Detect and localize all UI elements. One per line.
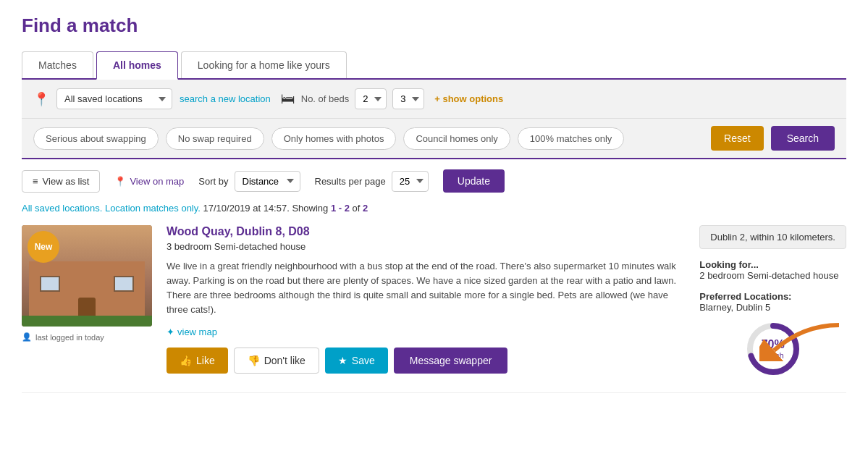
show-options-link[interactable]: + show options bbox=[434, 93, 503, 104]
listing-card: New 👤 last logged in today Wood Quay, Du… bbox=[22, 225, 846, 393]
looking-for-label: Looking for... bbox=[699, 259, 846, 270]
view-list-button[interactable]: ≡ View as list bbox=[22, 170, 100, 193]
page-title: Find a match bbox=[22, 14, 846, 37]
preferred-locations-label: Preferred Locations: bbox=[699, 291, 846, 302]
tab-matches[interactable]: Matches bbox=[22, 51, 93, 78]
location-pin-icon: 📍 bbox=[33, 91, 49, 107]
compass-icon: ✦ bbox=[167, 327, 174, 337]
results-per-page-label: Results per page bbox=[315, 176, 386, 187]
thumbs-down-icon: 👎 bbox=[248, 355, 260, 366]
view-map-link[interactable]: 📍 View on map bbox=[114, 176, 184, 187]
location-badge: Dublin 2, within 10 kilometers. bbox=[699, 225, 846, 249]
user-icon: 👤 bbox=[22, 332, 32, 342]
results-toolbar: ≡ View as list 📍 View on map Sort by Dis… bbox=[22, 159, 846, 203]
beds-group: 🛏 No. of beds 2 3 bbox=[281, 88, 425, 109]
dont-like-button[interactable]: 👎 Don't like bbox=[234, 348, 319, 374]
beds-min-select[interactable]: 2 bbox=[355, 88, 387, 109]
save-button[interactable]: ★ Save bbox=[325, 348, 388, 374]
toggle-100-matches[interactable]: 100% matches only bbox=[518, 127, 624, 150]
arrow-icon bbox=[759, 318, 846, 361]
view-map-small-label: view map bbox=[177, 327, 217, 337]
star-icon: ★ bbox=[338, 355, 347, 366]
reset-button[interactable]: Reset bbox=[711, 126, 764, 151]
dont-like-label: Don't like bbox=[264, 355, 306, 366]
last-logged-text: last logged in today bbox=[35, 333, 104, 342]
search-button[interactable]: Search bbox=[771, 126, 835, 151]
results-total: 2 bbox=[363, 203, 368, 214]
listing-main: Wood Quay, Dublin 8, D08 3 bedroom Semi-… bbox=[167, 225, 685, 378]
toggle-no-swap[interactable]: No swap required bbox=[166, 127, 264, 150]
list-icon: ≡ bbox=[33, 176, 38, 187]
view-list-label: View as list bbox=[43, 176, 90, 187]
listing-title: Wood Quay, Dublin 8, D08 bbox=[167, 225, 685, 238]
toggle-row: Serious about swapping No swap required … bbox=[22, 119, 846, 159]
listing-type: 3 bedroom Semi-detached house bbox=[167, 241, 685, 252]
location-select[interactable]: All saved locations bbox=[56, 88, 172, 109]
beds-label: No. of beds bbox=[301, 93, 350, 104]
looking-for-value: 2 bedroom Semi-detached house bbox=[699, 270, 846, 281]
message-swapper-button[interactable]: Message swapper bbox=[394, 348, 508, 374]
house-window-right bbox=[114, 276, 134, 292]
results-prefix: All saved locations. bbox=[22, 203, 102, 214]
arrow-annotation bbox=[759, 318, 846, 363]
sort-select[interactable]: Distance bbox=[235, 171, 300, 192]
filter-bar: 📍 All saved locations search a new locat… bbox=[22, 80, 846, 119]
location-group: 📍 All saved locations search a new locat… bbox=[33, 88, 271, 109]
map-pin-icon: 📍 bbox=[114, 176, 126, 187]
save-label: Save bbox=[352, 355, 375, 366]
listing-image: New bbox=[22, 225, 152, 327]
search-new-location-link[interactable]: search a new location bbox=[180, 93, 271, 104]
results-info: All saved locations. Location matches on… bbox=[22, 203, 846, 214]
looking-for: Looking for... 2 bedroom Semi-detached h… bbox=[699, 259, 846, 281]
preferred-locations-value: Blarney, Dublin 5 bbox=[699, 302, 846, 313]
sort-by-label: Sort by bbox=[198, 176, 228, 187]
beds-icon: 🛏 bbox=[281, 90, 295, 107]
action-buttons: 👍 Like 👎 Don't like ★ Save Message swapp… bbox=[167, 348, 685, 374]
toggle-council-only[interactable]: Council homes only bbox=[403, 127, 510, 150]
sort-group: Sort by Distance bbox=[198, 171, 300, 192]
per-page-select[interactable]: 25 bbox=[392, 171, 429, 192]
tab-looking-for[interactable]: Looking for a home like yours bbox=[181, 51, 347, 78]
beds-max-select[interactable]: 3 bbox=[392, 88, 424, 109]
preferred-locations: Preferred Locations: Blarney, Dublin 5 bbox=[699, 291, 846, 313]
results-range: 1 - 2 bbox=[331, 203, 350, 214]
listing-image-container: New 👤 last logged in today bbox=[22, 225, 152, 378]
results-location-match: Location matches only. bbox=[105, 203, 201, 214]
results-showing-prefix: Showing bbox=[292, 203, 328, 214]
house-window-left bbox=[40, 276, 60, 292]
view-map-label: View on map bbox=[130, 176, 184, 187]
tab-all-homes[interactable]: All homes bbox=[96, 51, 178, 80]
like-label: Like bbox=[196, 355, 215, 366]
listing-view-map-link[interactable]: ✦ view map bbox=[167, 327, 685, 337]
thumbs-up-icon: 👍 bbox=[180, 355, 192, 366]
per-page-group: Results per page 25 bbox=[315, 171, 429, 192]
toggle-serious-swapping[interactable]: Serious about swapping bbox=[33, 127, 159, 150]
like-button[interactable]: 👍 Like bbox=[167, 348, 228, 374]
house-grass bbox=[22, 316, 152, 327]
tabs-container: Matches All homes Looking for a home lik… bbox=[22, 51, 846, 80]
last-logged: 👤 last logged in today bbox=[22, 332, 152, 342]
toggle-photos-only[interactable]: Only homes with photos bbox=[271, 127, 397, 150]
new-badge: New bbox=[28, 231, 59, 263]
update-button[interactable]: Update bbox=[443, 169, 505, 193]
results-timestamp: 17/10/2019 at 14:57. bbox=[203, 203, 290, 214]
results-of: of bbox=[353, 203, 361, 214]
listing-description: We live in a great friendly neighbourhoo… bbox=[167, 259, 685, 318]
